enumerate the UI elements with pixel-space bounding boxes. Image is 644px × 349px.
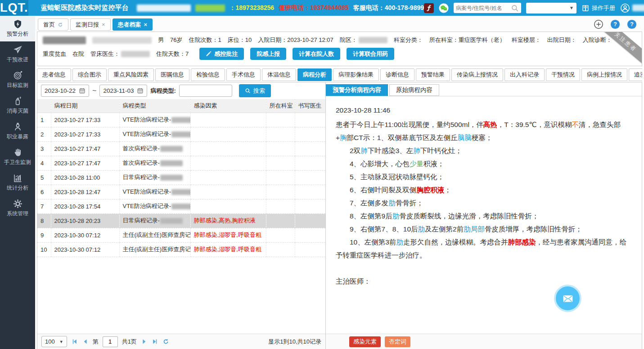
detail-tab-3[interactable]: 医嘱信息 (155, 68, 189, 81)
table-row[interactable]: 62023-10-28 12:47VTE防治病程记录- (37, 185, 325, 199)
add-tab-icon[interactable] (594, 19, 603, 29)
legend-badge-infection-element[interactable]: 感染元素 (349, 336, 381, 347)
detail-tab-13[interactable]: 干预情况 (546, 68, 580, 81)
close-icon[interactable]: × (102, 22, 105, 27)
detail-tab-12[interactable]: 出入科记录 (504, 68, 545, 81)
detail-tab-7[interactable]: 病程分析 (297, 68, 332, 81)
manual-button[interactable]: 操作手册 (581, 4, 615, 12)
table-row[interactable]: 102023-10-30 07:12主任(或副主任)医师查房记录肺部感染,湿啰音… (37, 242, 325, 257)
infection-factors-cell (190, 156, 266, 170)
note-text: ； (444, 186, 451, 194)
patient-action-button-0[interactable]: 感控批注 (199, 48, 244, 60)
detail-tab-6[interactable]: 体温信息 (262, 68, 296, 81)
patient-field: 住院天数：7 (156, 50, 189, 58)
page-size-select[interactable]: 100 ▼ (41, 336, 67, 347)
course-type-text: VTE防治病程记录- (123, 116, 171, 123)
course-date-cell: 2023-10-28 17:54 (51, 199, 119, 213)
help-icon[interactable]: ? (627, 19, 637, 29)
search-button[interactable]: 搜索 (239, 84, 271, 97)
infection-factors-cell: 肺部感染,湿啰音,呼吸音粗 (190, 242, 266, 257)
sidebar-item-yujing[interactable]: 预警分析 (0, 16, 35, 41)
refresh-icon[interactable] (162, 338, 169, 345)
legend-badge-negative-word[interactable]: 否定词 (385, 336, 410, 347)
patient-action-button-1[interactable]: 院感上报 (250, 48, 286, 60)
patient-action-button-3[interactable]: 计算联合用药 (347, 48, 394, 60)
sidebar-item-ganyu[interactable]: 干预改进 (0, 41, 35, 67)
patient-field: 出院日期： (547, 36, 576, 44)
table-row[interactable]: 22023-10-27 17:33VTE防治病程记录- (37, 127, 325, 141)
date-to-picker[interactable]: 2023-11-03 (99, 85, 147, 97)
patient-action-button-2[interactable]: 计算在院人数 (293, 48, 340, 60)
sidebar-item-mubiao[interactable]: 目标监测 (0, 67, 35, 93)
course-type-cell: 日常病程记录- (119, 213, 190, 228)
page-tab-archive[interactable]: 患者档案× (113, 18, 153, 31)
sidebar-item-label: 消毒灭菌 (7, 107, 28, 115)
table-row[interactable]: 52023-10-28 11:00日常病程记录- (37, 170, 325, 185)
patient-field-text: 男 (158, 36, 164, 44)
prev-page-button[interactable] (82, 338, 89, 345)
first-page-button[interactable] (71, 338, 78, 345)
detail-tab-0[interactable]: 患者信息 (37, 68, 71, 81)
patient-row1: 男76岁住院次数：1床位：10入院日期：2023-10-27 12:07院区：科… (37, 36, 642, 44)
note-tab-1[interactable]: 原始病程内容 (389, 84, 439, 96)
table-row[interactable]: 42023-10-27 17:47首次病程记录- (37, 156, 325, 170)
topbar-select[interactable]: ▼ (526, 3, 576, 14)
wechat-icon[interactable] (439, 3, 449, 13)
flash-icon[interactable] (424, 3, 434, 13)
user-menu[interactable] (620, 3, 644, 13)
records-summary: 显示1到10,共10记录 (268, 338, 321, 346)
course-type-input[interactable] (179, 85, 232, 97)
last-page-button[interactable] (152, 338, 158, 345)
manual-label: 操作手册 (592, 4, 615, 12)
detail-tab-10[interactable]: 预警结果 (416, 68, 450, 81)
table-row[interactable]: 32023-10-27 17:47首次病程记录- (37, 141, 325, 156)
page-number-input[interactable] (103, 336, 118, 347)
sidebar-item-tongji[interactable]: 统计分析 (0, 170, 35, 195)
next-page-button[interactable] (141, 338, 148, 345)
gear-icon (13, 199, 23, 208)
note-tab-0[interactable]: 预警分析病程内容 (326, 84, 388, 96)
page-tab-daily[interactable]: 监测日报× (70, 18, 111, 31)
service-phone: 客服电话：400-178-9899 (353, 4, 424, 12)
detail-tab-15[interactable]: 追溯监测 (629, 68, 642, 81)
sidebar-item-shouwei[interactable]: 手卫生监测 (0, 144, 35, 170)
calendar-icon[interactable] (79, 87, 86, 94)
department-cell (266, 127, 295, 141)
note-text: 下叶钙化灶； (420, 147, 462, 154)
detail-tab-2[interactable]: 重点风险因素 (108, 68, 154, 81)
date-to-value: 2023-11-03 (103, 87, 134, 94)
patient-search-input[interactable] (456, 5, 509, 11)
patient-actions: 感控批注院感上报计算在院人数计算联合用药 (199, 48, 394, 60)
detail-tab-11[interactable]: 传染病上报情况 (451, 68, 503, 81)
table-row[interactable]: 92023-10-30 07:12主任(或副主任)医师查房记录肺部感染,湿啰音,… (37, 228, 325, 242)
refresh-icon[interactable] (58, 22, 63, 27)
detail-tab-4[interactable]: 检验信息 (191, 68, 225, 81)
page-tab-home[interactable]: 首页 (38, 18, 68, 31)
message-fab[interactable] (556, 286, 580, 310)
help-icon[interactable]: ? (610, 19, 620, 29)
sidebar-item-xitong[interactable]: 系统管理 (0, 195, 35, 221)
calendar-icon[interactable] (137, 87, 144, 94)
detail-tab-8[interactable]: 病理影像结果 (333, 68, 379, 81)
close-icon[interactable]: × (144, 22, 148, 27)
table-row[interactable]: 82023-10-28 20:23日常病程记录-肺部感染,高热,胸腔积液 (37, 213, 325, 228)
course-type-text: 日常病程记录- (123, 217, 160, 224)
redacted-hotline-label (195, 5, 225, 12)
detail-tab-5[interactable]: 手术信息 (226, 68, 261, 81)
patient-field-text: 床位：10 (228, 36, 252, 44)
detail-tab-1[interactable]: 综合图示 (72, 68, 107, 81)
detail-tab-9[interactable]: 诊断信息 (380, 68, 414, 81)
detail-tab-14[interactable]: 病例上报情况 (581, 68, 627, 81)
filter-row: 2023-10-22 ~ 2023-11-03 病程类型: 搜索 (37, 82, 325, 99)
table-row[interactable]: 72023-10-28 17:54VTE防治病程记录- (37, 199, 325, 213)
sidebar-item-xiaodu[interactable]: 消毒灭菌 (0, 93, 35, 118)
table-row[interactable]: 12023-10-27 17:33VTE防治病程记录- (37, 113, 325, 127)
sidebar-item-zhiye[interactable]: 职业暴露 (0, 118, 35, 144)
date-from-picker[interactable]: 2023-10-22 (41, 85, 89, 97)
patient-field-text: 入院诊断： (583, 36, 612, 44)
note-text: 部CT示：1、双侧基底节区及左侧丘 (347, 134, 458, 141)
redacted-username (632, 5, 644, 11)
search-icon[interactable] (511, 4, 519, 12)
doctor-cell (295, 156, 325, 170)
redacted-doctor-name (160, 146, 183, 152)
